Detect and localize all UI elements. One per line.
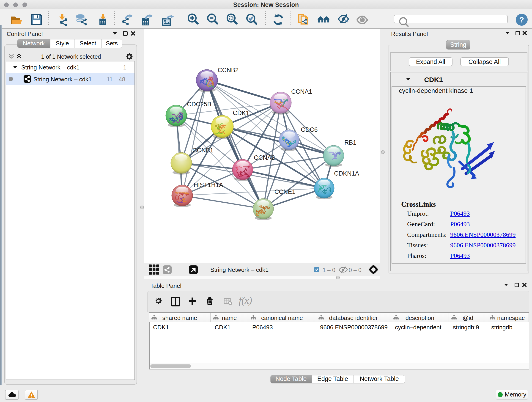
- svg-text:CCNB2: CCNB2: [218, 67, 239, 74]
- svg-text:HIST1H1A: HIST1H1A: [194, 182, 223, 188]
- svg-text:CDC25B: CDC25B: [187, 101, 211, 108]
- svg-text:CCNB1: CCNB1: [192, 147, 214, 154]
- svg-text:CDK1: CDK1: [233, 109, 249, 116]
- svg-text:CDC6: CDC6: [301, 126, 318, 133]
- svg-text:CDKN1A: CDKN1A: [334, 170, 359, 177]
- svg-text:CCNE1: CCNE1: [274, 188, 296, 195]
- svg-text:CCNA1: CCNA1: [291, 88, 312, 95]
- svg-text:CCNA2: CCNA2: [254, 154, 275, 161]
- svg-text:RB1: RB1: [344, 139, 356, 146]
